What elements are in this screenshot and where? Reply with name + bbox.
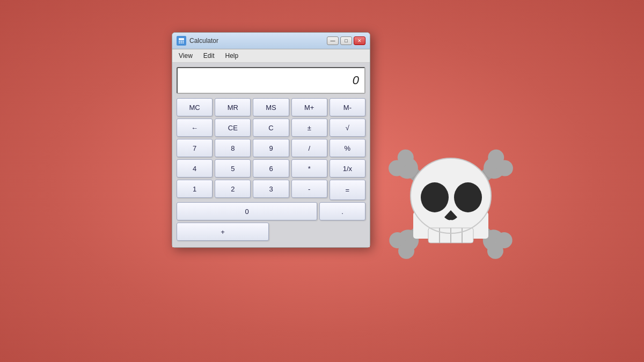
row-0: 0 . + [177,202,365,241]
window-title: Calculator [189,37,218,45]
minimize-button[interactable]: — [327,36,339,45]
btn-sqrt[interactable]: √ [330,119,365,137]
svg-point-21 [484,240,507,262]
btn-2[interactable]: 2 [215,180,251,198]
skull-decoration [365,118,537,290]
btn-mc[interactable]: MC [177,98,213,116]
btn-multiply[interactable]: * [291,159,327,178]
btn-6[interactable]: 6 [253,159,289,178]
btn-7[interactable]: 7 [177,139,213,157]
svg-point-20 [493,229,516,252]
svg-point-11 [395,240,418,262]
row-123: 1 2 3 - = [177,180,365,200]
btn-0[interactable]: 0 [177,202,317,220]
svg-point-12 [479,153,509,183]
btn-5[interactable]: 5 [215,159,251,178]
btn-minus[interactable]: - [291,180,327,198]
btn-mplus[interactable]: M+ [291,98,327,116]
display-field: 0 [177,67,365,94]
svg-point-30 [411,158,491,233]
svg-rect-2 [179,41,180,42]
svg-point-9 [393,225,423,255]
btn-equals-right[interactable]: = [330,180,365,200]
svg-point-24 [421,182,449,212]
svg-point-18 [385,157,408,179]
svg-rect-26 [428,228,473,243]
btn-8[interactable]: 8 [215,139,251,157]
btn-backspace[interactable]: ← [177,119,213,137]
svg-rect-3 [181,41,182,42]
close-button[interactable]: ✕ [354,36,365,45]
menu-bar: View Edit Help [172,49,370,63]
display-value: 0 [353,73,359,87]
svg-point-16 [392,153,422,183]
svg-rect-8 [402,162,500,247]
svg-rect-7 [182,42,184,43]
row-456: 4 5 6 * 1/x [177,159,365,178]
calculator-icon [177,36,186,46]
svg-point-17 [394,146,417,169]
btn-plus[interactable]: + [177,223,269,241]
btn-decimal[interactable]: . [319,202,365,220]
btn-mr[interactable]: MR [215,98,251,116]
svg-point-22 [411,158,491,233]
menu-help[interactable]: Help [223,51,240,61]
skull-svg [365,118,537,290]
btn-9[interactable]: 9 [253,139,289,157]
btn-plusminus[interactable]: ± [291,119,327,137]
btn-ce[interactable]: CE [215,119,251,137]
svg-point-25 [454,182,482,212]
svg-rect-1 [179,38,184,40]
btn-c[interactable]: C [253,119,289,137]
svg-rect-4 [182,41,184,42]
btn-reciprocal[interactable]: 1/x [330,159,365,178]
svg-rect-23 [413,212,488,239]
menu-view[interactable]: View [177,51,195,61]
btn-4[interactable]: 4 [177,159,213,178]
btn-ms[interactable]: MS [253,98,289,116]
title-bar: Calculator — □ ✕ [172,33,370,49]
title-bar-left: Calculator [177,36,218,46]
svg-point-13 [485,146,507,169]
maximize-button[interactable]: □ [340,36,352,45]
row-functions: ← CE C ± √ [177,119,365,137]
svg-rect-15 [401,162,500,247]
btn-mminus[interactable]: M- [330,98,365,116]
calculator-body: 0 MC MR MS M+ M- ← CE C ± √ 7 8 9 / % 4 [172,63,370,247]
menu-edit[interactable]: Edit [201,51,217,61]
svg-rect-5 [179,42,180,43]
calculator-window: Calculator — □ ✕ View Edit Help 0 MC M [172,32,370,248]
btn-percent[interactable]: % [330,139,365,157]
memory-row: MC MR MS M+ M- [177,98,365,116]
title-bar-buttons: — □ ✕ [327,36,365,45]
row-789: 7 8 9 / % [177,139,365,157]
btn-1[interactable]: 1 [177,180,213,198]
btn-divide[interactable]: / [291,139,327,157]
btn-3[interactable]: 3 [253,180,289,198]
svg-point-14 [494,157,516,179]
svg-rect-6 [181,42,182,43]
svg-point-10 [386,229,408,252]
svg-point-19 [479,225,509,255]
